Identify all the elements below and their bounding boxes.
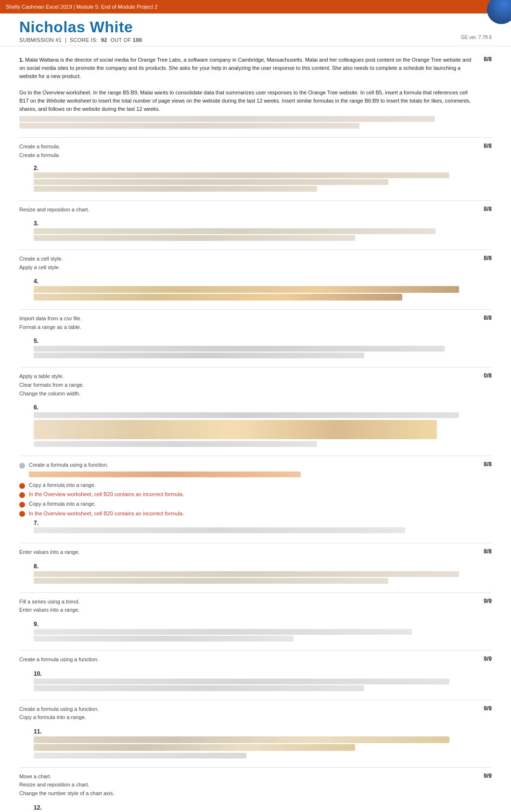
question-5: Import data from a csv file. Format a ra… [19, 314, 492, 358]
question-2: Create a formula. Create a formula. 8/8 … [19, 143, 492, 191]
q12-number: 12. [34, 804, 42, 811]
q2-score: 8/8 [473, 143, 492, 149]
submission-label: SUBMISSION #1 [19, 37, 62, 43]
ge-version: GE ver. 7.78.6 [461, 35, 492, 40]
question-12: Move a chart. Resize and reposition a ch… [19, 773, 492, 812]
student-name: Nicholas White [19, 18, 492, 36]
main-content: 1. Malai Wattana is the director of soci… [0, 46, 511, 812]
q11-score: 9/9 [473, 705, 492, 712]
q5-number: 5. [34, 338, 38, 344]
q7-bullet-err2 [19, 511, 25, 517]
q1-body2: Go to the Overview worksheet. In the ran… [19, 90, 471, 112]
question-9: Fill a series using a trend. Enter value… [19, 598, 492, 642]
q11-number: 11. [34, 728, 42, 735]
q8-score: 8/8 [473, 548, 492, 555]
q7-number: 7. [34, 520, 45, 526]
score-is-label: SCORE IS: [70, 37, 98, 43]
q9-number: 9. [34, 621, 38, 628]
q7-task-create: Create a formula using a function. [29, 461, 108, 470]
q6-score: 0/8 [473, 372, 492, 379]
q8-number: 8. [34, 563, 38, 570]
q6-number: 6. [34, 404, 38, 411]
q7-task-err2: In the Overview worksheet, cell B20 cont… [29, 510, 184, 518]
score-outof: 100 [133, 37, 142, 43]
q1-number: 1. [19, 57, 24, 63]
q5-score: 8/8 [473, 314, 492, 321]
question-11: Create a formula using a function. Copy … [19, 705, 492, 759]
top-bar-title: Shelly Cashman Excel 2019 | Module 5: En… [6, 4, 157, 10]
question-1: 1. Malai Wattana is the director of soci… [19, 56, 492, 129]
q4-number: 4. [34, 278, 38, 285]
q7-task-copy2: Copy a formula into a range. [29, 500, 96, 509]
q7-bullet-err1 [19, 492, 25, 498]
submission-info: SUBMISSION #1 | SCORE IS: 92 OUT OF 100 [19, 37, 492, 43]
top-bar: Shelly Cashman Excel 2019 | Module 5: En… [0, 0, 511, 13]
q1-body: Malai Wattana is the director of social … [19, 57, 471, 79]
q10-score: 9/9 [473, 655, 492, 662]
q1-score: 8/8 [473, 56, 492, 63]
q7-bullet-copy2 [19, 502, 25, 508]
q12-score: 9/9 [473, 773, 492, 779]
q9-score: 9/9 [473, 598, 492, 604]
q3-score: 8/8 [473, 206, 492, 212]
score-value: 92 [101, 37, 107, 43]
header-section: Nicholas White SUBMISSION #1 | SCORE IS:… [0, 13, 511, 46]
q7-task-err1: In the Overview worksheet, cell B20 cont… [29, 490, 184, 499]
q7-task-copy1: Copy a formula into a range. [29, 481, 96, 490]
question-8: Enter values into a range. 8/8 8. [19, 548, 492, 584]
q1-text: 1. Malai Wattana is the director of soci… [19, 56, 473, 113]
q7-bullet-copy1 [19, 483, 25, 489]
q10-number: 10. [34, 670, 42, 677]
question-10: Create a formula using a function. 9/9 1… [19, 655, 492, 691]
question-3: Resize and reposition a chart. 8/8 3. [19, 206, 492, 241]
question-4: Create a cell style. Apply a cell style.… [19, 255, 492, 301]
question-7: Create a formula using a function. Copy … [19, 461, 492, 534]
question-6: Apply a table style. Clear formats from … [19, 372, 492, 447]
q4-score: 8/8 [473, 255, 492, 262]
q3-number: 3. [34, 220, 38, 227]
q2-number: 2. [34, 165, 45, 171]
q7-bullet-create [19, 463, 25, 469]
q7-score: 8/8 [473, 461, 492, 468]
